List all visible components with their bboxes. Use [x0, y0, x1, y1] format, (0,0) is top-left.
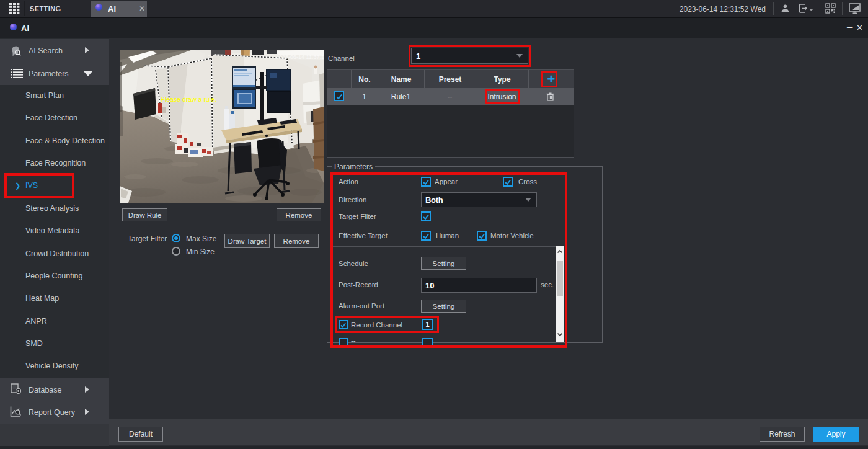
svg-text:Please draw a rule.: Please draw a rule.	[161, 96, 216, 103]
svg-text:2023-06-14 11:37:15: 2023-06-14 11:37:15	[276, 54, 324, 60]
